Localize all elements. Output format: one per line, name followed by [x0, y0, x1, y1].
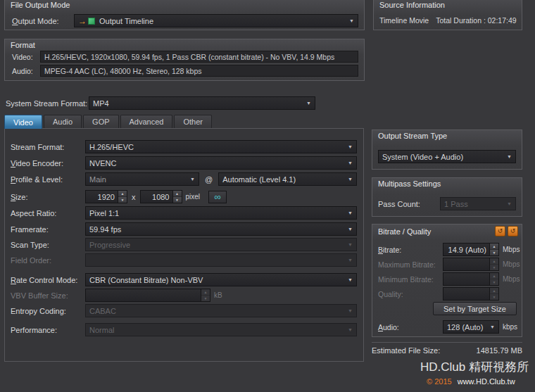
watermark-title: HD.Club 精研視務所 — [420, 359, 529, 375]
rate-control-mode-value: CBR (Constant Bitrate) Non-VBV — [89, 276, 344, 284]
aspect-ratio-label: Aspect Ratio: — [11, 209, 85, 217]
set-by-target-size-button[interactable]: Set by Target Size — [433, 302, 517, 315]
spin-up-icon[interactable]: ▲ — [490, 244, 498, 249]
tab-video[interactable]: Video — [4, 115, 42, 129]
height-stepper[interactable]: 1080 ▲ ▼ — [140, 190, 182, 203]
framerate-select[interactable]: 59.94 fps ▼ — [85, 222, 357, 236]
bitrate-quality-group: Bitrate / Quality ↺ ↺ Bitrate: 14.9 (Aut… — [372, 224, 522, 337]
estimated-file-size-value: 14815.79 MB — [477, 346, 522, 355]
framerate-label: Framerate: — [11, 225, 85, 234]
bitrate-label: Bitrate: — [378, 246, 443, 254]
at-separator: @ — [205, 175, 213, 184]
video-tab-panel: Stream Format: H.265/HEVC ▼ Video Encode… — [4, 128, 364, 362]
group-title: Multipass Settings — [378, 179, 441, 188]
audio-bitrate-select[interactable]: 128 (Auto) ▼ — [443, 320, 499, 334]
spin-up-icon: ▲ — [490, 288, 498, 293]
group-title: Format — [11, 41, 35, 49]
aspect-ratio-select[interactable]: Pixel 1:1 ▼ — [85, 206, 357, 220]
chevron-down-icon: ▼ — [348, 242, 353, 247]
entropy-coding-row: Entropy Coding: CABAC ▼ — [11, 304, 357, 317]
pass-count-value: 1 Pass — [444, 200, 503, 208]
multipass-settings-group: Multipass Settings Pass Count: 1 Pass ▼ — [372, 177, 522, 217]
bitrate-value: 14.9 (Auto) — [443, 244, 489, 255]
output-stream-type-select[interactable]: System (Video + Audio) ▼ — [378, 150, 516, 163]
source-name: Timeline Movie — [379, 16, 429, 25]
size-label: Size: — [11, 193, 85, 201]
scan-type-row: Scan Type: Progressive ▼ — [11, 238, 357, 251]
vbv-buffer-size-label: VBV Buffer Size: — [11, 291, 85, 300]
scan-type-select: Progressive ▼ — [85, 238, 357, 251]
bitrate-stepper[interactable]: 14.9 (Auto) ▲ ▼ — [443, 243, 499, 256]
scan-type-value: Progressive — [89, 241, 344, 249]
spin-down-icon: ▼ — [490, 279, 498, 285]
infinity-link-icon: ∞ — [214, 192, 220, 201]
video-encoder-label: Video Encoder: — [11, 159, 85, 167]
quality-value — [443, 288, 489, 300]
lock-aspect-link-button[interactable]: ∞ — [208, 191, 227, 203]
output-mode-select[interactable]: → Output Timeline ▼ — [74, 14, 358, 27]
spin-buttons: ▲ ▼ — [201, 289, 210, 301]
output-mode-label: Output Mode: — [12, 17, 74, 25]
spin-down-icon: ▼ — [490, 264, 498, 270]
spin-down-icon[interactable]: ▼ — [490, 249, 498, 255]
spin-down-icon: ▼ — [201, 295, 210, 301]
system-stream-format-select[interactable]: MP4 ▼ — [89, 96, 315, 110]
chevron-down-icon: ▼ — [348, 277, 353, 282]
chevron-down-icon: ▼ — [507, 154, 512, 159]
tab-other[interactable]: Other — [174, 115, 212, 128]
format-audio-label: Audio: — [12, 67, 40, 75]
height-value: 1080 — [141, 191, 172, 203]
minimum-bitrate-label: Minimum Bitrate: — [378, 275, 443, 284]
rate-control-mode-select[interactable]: CBR (Constant Bitrate) Non-VBV ▼ — [85, 273, 357, 286]
width-stepper[interactable]: 1920 ▲ ▼ — [85, 190, 127, 203]
tab-audio[interactable]: Audio — [44, 115, 82, 128]
reset-bitrate-settings-icon[interactable]: ↺ — [508, 226, 518, 236]
pixel-unit: pixel — [186, 193, 201, 201]
video-encoder-row: Video Encoder: NVENC ▼ — [11, 156, 357, 170]
spin-down-icon[interactable]: ▼ — [118, 196, 127, 203]
format-video-summary: H.265/HEVC, 1920x1080, 59.94 fps, 1 Pass… — [40, 51, 358, 63]
watermark: HD.Club 精研視務所 © 2015 www.HD.Club.tw — [420, 359, 529, 386]
stream-format-select[interactable]: H.265/HEVC ▼ — [85, 140, 357, 153]
rate-control-mode-label: Rate Control Mode: — [11, 276, 85, 284]
chevron-down-icon: ▼ — [349, 18, 354, 23]
rate-control-mode-row: Rate Control Mode: CBR (Constant Bitrate… — [11, 273, 357, 286]
format-group: Format Video: H.265/HEVC, 1920x1080, 59.… — [4, 39, 365, 81]
chevron-down-icon: ▼ — [507, 201, 512, 206]
performance-value: Normal — [89, 326, 344, 334]
quality-row: Quality: ▲ ▼ — [378, 287, 519, 301]
entropy-coding-value: CABAC — [89, 307, 344, 315]
chevron-down-icon: ▼ — [348, 308, 353, 313]
apply-bitrate-settings-icon[interactable]: ↺ — [495, 226, 505, 236]
tab-gop[interactable]: GOP — [83, 115, 118, 128]
chevron-down-icon: ▼ — [348, 177, 353, 182]
system-stream-format-label: System Stream Format: — [6, 99, 89, 108]
level-select[interactable]: Automatic (Level 4.1) ▼ — [218, 172, 357, 186]
spin-down-icon[interactable]: ▼ — [173, 196, 182, 203]
stream-format-label: Stream Format: — [11, 143, 85, 151]
format-video-label: Video: — [12, 53, 40, 61]
chevron-down-icon: ▼ — [490, 324, 495, 329]
spin-up-icon[interactable]: ▲ — [118, 191, 127, 196]
estimated-file-size-row: Estimated File Size: 14815.79 MB — [372, 346, 522, 355]
profile-level-label: Profile & Level: — [11, 175, 85, 184]
spin-up-icon[interactable]: ▲ — [173, 191, 182, 196]
performance-row: Performance: Normal ▼ — [11, 323, 357, 336]
x-separator: x — [132, 193, 136, 201]
vbv-buffer-size-stepper: ▲ ▼ — [85, 289, 210, 302]
output-mode-value: Output Timeline — [99, 17, 346, 25]
group-title: Output Stream Type — [378, 132, 447, 140]
chevron-down-icon: ▼ — [348, 144, 353, 149]
settings-tabbar: Video Audio GOP Advanced Other — [4, 115, 212, 129]
framerate-row: Framerate: 59.94 fps ▼ — [11, 222, 357, 236]
spin-down-icon: ▼ — [490, 293, 498, 300]
video-encoder-select[interactable]: NVENC ▼ — [85, 156, 357, 170]
profile-select[interactable]: Main ▼ — [85, 172, 199, 186]
mbps-unit: Mbps — [503, 260, 520, 268]
group-title: Source Information — [379, 1, 445, 9]
tab-advanced[interactable]: Advanced — [120, 115, 173, 128]
estimated-file-size-label: Estimated File Size: — [372, 346, 440, 355]
output-stream-type-value: System (Video + Audio) — [382, 153, 503, 161]
chevron-down-icon: ▼ — [348, 227, 353, 232]
timeline-cube-icon — [88, 18, 95, 25]
